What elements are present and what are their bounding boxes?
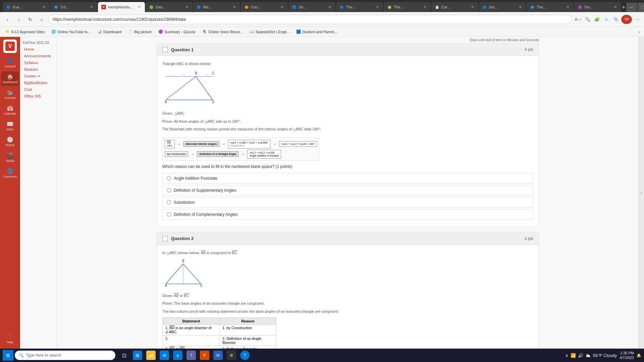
tab-close-cou[interactable]: ✕ [280, 5, 284, 9]
tab-close-ma[interactable]: ✕ [232, 5, 237, 9]
bookmark-bigpicture[interactable]: 📄 Big picture [125, 29, 154, 35]
lms-nav-studio[interactable]: 🎬 Studio [1, 150, 19, 165]
bookmark-spanishdict[interactable]: 📖 SpanishDict | Engli... [247, 29, 292, 35]
taskbar-teams[interactable]: T [185, 349, 197, 361]
more-icon[interactable]: ⋯ [633, 15, 641, 23]
network-icon[interactable]: 📶 [571, 353, 576, 358]
tab-close-phc[interactable]: ✕ [518, 5, 523, 9]
q1-radio4[interactable] [167, 212, 171, 217]
bookmark-student[interactable]: 🟦 Student and Parent... [293, 29, 340, 35]
favorites-icon[interactable]: ☆ [602, 15, 610, 23]
q1-option4[interactable]: Definition of Complementary Angles [162, 209, 533, 220]
lms-nav-history[interactable]: 🕐 History [1, 134, 19, 149]
quiz-scroll[interactable]: Days until end of term in Minutes and Se… [57, 37, 639, 349]
taskbar-powerpoint[interactable]: P [199, 349, 211, 361]
q1-radio1[interactable] [167, 176, 171, 180]
question1-checkbox[interactable] [162, 47, 168, 52]
translate-icon[interactable]: A↔ [574, 15, 582, 23]
tab-cou[interactable]: 🔶 Cou... ✕ [241, 2, 288, 12]
tab-close-the3[interactable]: ✕ [566, 5, 570, 9]
notification-icon[interactable]: 🔔 [637, 353, 641, 358]
tab-phc[interactable]: 🔵 phc... ✕ [479, 2, 526, 12]
lms-nav-inbox[interactable]: ✉️ Inbox [1, 119, 19, 133]
tab-ma[interactable]: 🔵 Ma... ✕ [193, 2, 240, 12]
collapse-arrow-icon: › [641, 191, 642, 195]
tab-the3[interactable]: 🔷 The... ✕ [527, 2, 574, 12]
taskbar-clock[interactable]: 1:35 PM 4/7/2023 [620, 351, 634, 360]
right-collapse-handle[interactable]: › [639, 37, 644, 349]
tab-close-the2[interactable]: ✕ [423, 5, 427, 9]
tab-30[interactable]: 🔷 3.0:... ✕ [50, 2, 97, 12]
tab-close-joi[interactable]: ✕ [327, 5, 332, 9]
new-tab-button[interactable]: + [622, 3, 626, 12]
taskbar-start2[interactable]: ⊞ [131, 349, 144, 361]
lms-nav-dashboard[interactable]: 🏠 Dashboard [1, 71, 19, 86]
taskbar-word[interactable]: W [212, 349, 224, 361]
bookmark-dashboard[interactable]: 📊 Dashboard [95, 29, 124, 35]
taskbar-app-extra[interactable]: ⚙ [225, 349, 237, 361]
q1-option2[interactable]: Definition of Supplementary Angles [162, 185, 533, 196]
lms-nav-help-label: Help [7, 341, 13, 344]
course-announcements-link[interactable]: Announcements [20, 53, 57, 59]
bookmark-quizziz[interactable]: 🟣 Summary - Quizziz [156, 29, 198, 35]
course-grades-link[interactable]: Grades [20, 73, 57, 79]
course-office365-link[interactable]: Office 365 [20, 93, 57, 100]
tab-close-30[interactable]: ✕ [89, 5, 94, 9]
course-home-link[interactable]: Home [20, 46, 57, 53]
bookmarks-more-button[interactable]: › [637, 28, 641, 35]
taskbar-mail[interactable]: ✉ [158, 349, 170, 361]
minimize-button[interactable]: ─ [626, 3, 637, 12]
bookmark-voice[interactable]: 🎙️ Online Voice Recor... [200, 29, 246, 35]
back-button[interactable]: ‹ [3, 15, 12, 24]
q1-radio2[interactable] [167, 188, 171, 192]
forward-button[interactable]: › [14, 15, 23, 24]
lms-nav-commons[interactable]: 🌐 Commons [1, 166, 19, 180]
tab-close-eva[interactable]: ✕ [42, 5, 46, 9]
tab-active[interactable]: V memphisvirtual... ✕ [98, 2, 145, 12]
lms-nav-calendar[interactable]: 📅 Calendar [1, 103, 19, 117]
taskbar-search[interactable]: 🔍 Type here to search [15, 351, 115, 360]
tab-close-active[interactable]: ✕ [137, 5, 142, 9]
tab-das[interactable]: 🟢 Das... ✕ [146, 2, 193, 12]
taskbar-edge[interactable]: e [172, 349, 184, 361]
collections-icon[interactable]: 📎 [612, 15, 620, 23]
refresh-button[interactable]: ↻ [25, 15, 35, 24]
course-bigbluebutton-link[interactable]: BigBlueButton [20, 79, 57, 86]
start-button[interactable]: ⊞ [3, 350, 13, 361]
tab-joi[interactable]: 🟦 Joi... ✕ [288, 2, 335, 12]
tab-close-syl[interactable]: ✕ [613, 5, 618, 9]
taskbar-file-explorer[interactable]: 📁 [145, 349, 157, 361]
tab-close-the1[interactable]: ✕ [375, 5, 380, 9]
taskbar-system-icons: ∧ 📶 🔊 ⛅ 56°F Cloudy [565, 353, 617, 358]
course-modules-link[interactable]: Modules [20, 66, 57, 73]
chevron-up-icon[interactable]: ∧ [565, 353, 569, 358]
tab-syl[interactable]: 🟣 Syl... ✕ [574, 2, 621, 12]
sound-icon[interactable]: 🔊 [578, 353, 583, 358]
profile-icon[interactable]: TP [621, 15, 632, 24]
lms-nav-courses[interactable]: 📚 Courses [1, 87, 19, 102]
q1-option1[interactable]: Angle Addition Postulate [162, 173, 533, 184]
tab-car[interactable]: 📋 Car... ✕ [431, 2, 478, 12]
lms-nav-account[interactable]: 👤 Account [1, 56, 19, 70]
q1-radio3[interactable] [167, 200, 171, 204]
bookmark-approved-sites[interactable]: 📁 9-12 Approved Sites [3, 29, 47, 35]
search-icon[interactable]: 🔍 [584, 15, 592, 23]
home-button[interactable]: ⌂ [37, 15, 46, 24]
tab-close-car[interactable]: ✕ [470, 5, 475, 9]
lms-nav-help[interactable]: ❓ Help [1, 331, 19, 346]
taskview-button[interactable]: ⊡ [118, 349, 130, 361]
course-syllabus-link[interactable]: Syllabus [20, 59, 57, 66]
tab-the2[interactable]: ⭐ The... ✕ [384, 2, 431, 12]
course-chat-link[interactable]: Chat [20, 86, 57, 93]
url-input[interactable] [48, 15, 572, 24]
table-row: 3. BD ≅ BD 3. Reflexive Property [163, 346, 276, 349]
q1-option3[interactable]: Substitution [162, 197, 533, 208]
maximize-button[interactable]: ❐ [638, 3, 644, 12]
bookmark-youtube[interactable]: 🌐 Online YouTube to... [49, 29, 93, 35]
extension-icon[interactable]: 🧩 [593, 15, 601, 23]
tab-close-das[interactable]: ✕ [184, 5, 189, 9]
tab-eva[interactable]: 🔵 Eva... ✕ [3, 2, 50, 12]
question2-checkbox[interactable] [162, 236, 168, 241]
taskbar-help[interactable]: ? [239, 349, 251, 361]
tab-the1[interactable]: 🔵 The... ✕ [336, 2, 383, 12]
